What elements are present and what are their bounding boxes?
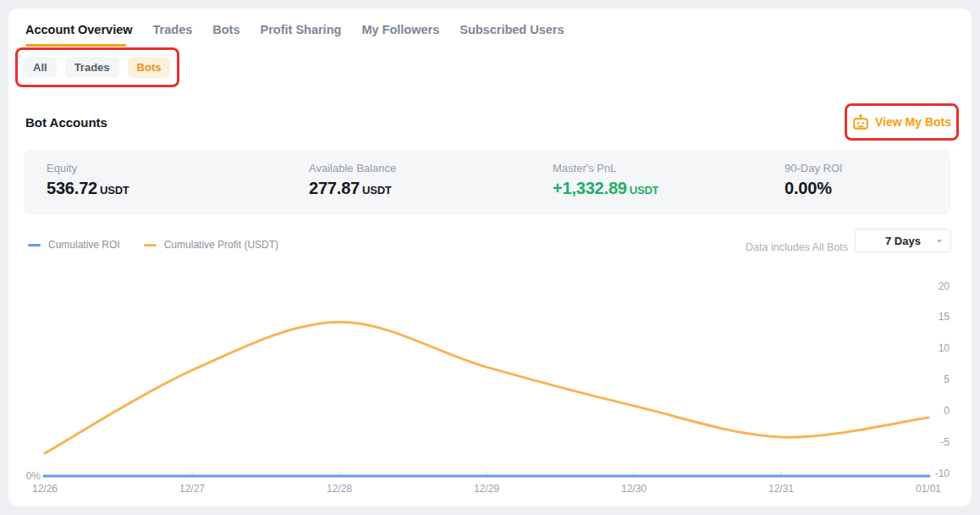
tab-profit-sharing[interactable]: Profit Sharing (261, 20, 342, 39)
legend-dash-orange (144, 244, 157, 246)
account-overview-panel: Account Overview Trades Bots Profit Shar… (8, 8, 972, 507)
robot-icon (852, 114, 869, 130)
svg-text:12/28: 12/28 (327, 483, 352, 495)
stat-available-balance: Available Balance 277.87USDT (286, 150, 530, 214)
svg-text:12/26: 12/26 (32, 483, 58, 495)
view-my-bots-button[interactable]: View My Bots (852, 114, 951, 130)
stat-value: 536.72USDT (47, 179, 286, 198)
tab-bots[interactable]: Bots (212, 20, 239, 39)
filter-pill-all[interactable]: All (24, 57, 57, 78)
svg-text:12/27: 12/27 (179, 483, 205, 495)
svg-text:0: 0 (944, 405, 950, 417)
bot-account-stats-panel: Equity 536.72USDT Available Balance 277.… (24, 150, 950, 214)
caret-down-icon (937, 240, 942, 243)
stat-label: Equity (47, 162, 286, 174)
section-title-bot-accounts: Bot Accounts (25, 115, 107, 130)
filter-pill-trades[interactable]: Trades (65, 57, 119, 78)
svg-text:-5: -5 (940, 436, 950, 448)
stat-label: 90-Day ROI (785, 162, 950, 174)
legend-label: Cumulative ROI (48, 239, 120, 251)
svg-text:01/01: 01/01 (916, 483, 941, 495)
annotation-box-filters: All Trades Bots (15, 47, 179, 87)
svg-text:10: 10 (939, 342, 950, 354)
stat-value: +1,332.89USDT (553, 179, 762, 198)
svg-text:15: 15 (939, 311, 950, 323)
legend-item-cumulative-profit[interactable]: Cumulative Profit (USDT) (144, 239, 278, 251)
stat-masters-pnl: Master's PnL +1,332.89USDT (530, 150, 762, 214)
tab-account-overview[interactable]: Account Overview (25, 20, 133, 39)
svg-text:-10: -10 (935, 468, 950, 479)
tab-my-followers[interactable]: My Followers (361, 20, 439, 39)
svg-text:12/30: 12/30 (621, 483, 647, 495)
svg-text:12/31: 12/31 (768, 483, 794, 495)
svg-text:20: 20 (939, 280, 950, 292)
data-scope-note: Data includes All Bots (746, 241, 848, 253)
chart-legend: Cumulative ROI Cumulative Profit (USDT) (28, 239, 278, 251)
stat-label: Master's PnL (553, 162, 762, 174)
stat-value: 277.87USDT (309, 179, 530, 198)
tab-trades[interactable]: Trades (153, 20, 193, 39)
stat-equity: Equity 536.72USDT (24, 150, 286, 214)
annotation-box-view-my-bots: View My Bots (845, 103, 959, 141)
legend-dash-blue (28, 244, 41, 246)
stat-label: Available Balance (309, 162, 530, 174)
svg-text:12/29: 12/29 (474, 483, 499, 495)
tab-subscribed-users[interactable]: Subscribed Users (460, 20, 564, 39)
chart-canvas: 12/2612/2712/2812/2912/3012/3101/0120151… (8, 263, 972, 501)
view-my-bots-label: View My Bots (875, 115, 951, 129)
svg-text:5: 5 (944, 374, 950, 385)
time-range-value: 7 Days (885, 235, 921, 247)
filter-pill-bots[interactable]: Bots (128, 57, 171, 78)
svg-text:0%: 0% (26, 470, 41, 482)
stat-90-day-roi: 90-Day ROI 0.00% (762, 150, 950, 214)
stat-value: 0.00% (785, 179, 950, 198)
top-tab-bar: Account Overview Trades Bots Profit Shar… (25, 20, 564, 39)
time-range-selector[interactable]: 7 Days (855, 229, 951, 252)
legend-item-cumulative-roi[interactable]: Cumulative ROI (28, 239, 120, 251)
legend-label: Cumulative Profit (USDT) (164, 239, 278, 251)
